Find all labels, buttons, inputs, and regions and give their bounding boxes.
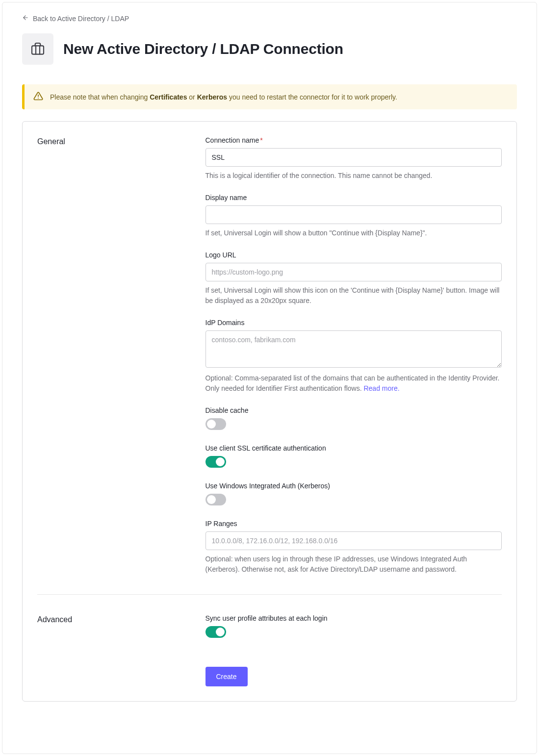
toggle-knob — [207, 495, 216, 504]
ip-ranges-input[interactable] — [205, 531, 502, 550]
warning-notice: Please note that when changing Certifica… — [22, 84, 517, 109]
alert-triangle-icon — [33, 91, 43, 102]
use-kerberos-label: Use Windows Integrated Auth (Kerberos) — [205, 482, 502, 490]
read-more-link[interactable]: Read more. — [363, 384, 399, 392]
use-client-ssl-label: Use client SSL certificate authenticatio… — [205, 444, 502, 452]
svg-rect-1 — [32, 46, 44, 54]
connection-type-icon — [22, 33, 53, 65]
use-client-ssl-toggle[interactable] — [205, 456, 226, 468]
title-row: New Active Directory / LDAP Connection — [22, 33, 517, 65]
disable-cache-label: Disable cache — [205, 406, 502, 414]
create-button[interactable]: Create — [205, 667, 248, 686]
logo-url-label: Logo URL — [205, 251, 502, 259]
sync-profile-toggle[interactable] — [205, 626, 226, 638]
field-display-name: Display name If set, Universal Login wil… — [205, 194, 502, 238]
field-use-kerberos: Use Windows Integrated Auth (Kerberos) — [205, 482, 502, 507]
idp-domains-label: IdP Domains — [205, 319, 502, 327]
display-name-hint: If set, Universal Login will show a butt… — [205, 228, 502, 238]
connection-name-input[interactable] — [205, 148, 502, 167]
display-name-input[interactable] — [205, 205, 502, 224]
field-use-client-ssl: Use client SSL certificate authenticatio… — [205, 444, 502, 469]
display-name-label: Display name — [205, 194, 502, 202]
field-ip-ranges: IP Ranges Optional: when users log in th… — [205, 520, 502, 575]
disable-cache-toggle[interactable] — [205, 418, 226, 430]
field-logo-url: Logo URL If set, Universal Login will sh… — [205, 251, 502, 306]
sync-profile-label: Sync user profile attributes at each log… — [205, 614, 502, 622]
back-link[interactable]: Back to Active Directory / LDAP — [22, 12, 129, 25]
form-card: General Connection name* This is a logic… — [22, 121, 517, 702]
connection-name-hint: This is a logical identifier of the conn… — [205, 171, 502, 181]
toggle-knob — [216, 628, 225, 636]
arrow-left-icon — [22, 14, 29, 23]
logo-url-hint: If set, Universal Login will show this i… — [205, 285, 502, 306]
section-general-title: General — [37, 136, 191, 575]
page-frame: Back to Active Directory / LDAP New Acti… — [2, 2, 537, 754]
section-advanced: Advanced Sync user profile attributes at… — [37, 594, 502, 686]
toggle-knob — [207, 420, 216, 428]
page-title: New Active Directory / LDAP Connection — [63, 41, 343, 57]
section-general: General Connection name* This is a logic… — [37, 136, 502, 575]
required-mark: * — [260, 136, 262, 144]
section-advanced-title: Advanced — [37, 614, 191, 686]
connection-name-label: Connection name* — [205, 136, 502, 144]
idp-domains-hint: Optional: Comma-separated list of the do… — [205, 373, 502, 394]
warning-text: Please note that when changing Certifica… — [50, 93, 397, 101]
idp-domains-input[interactable] — [205, 330, 502, 368]
logo-url-input[interactable] — [205, 263, 502, 281]
field-disable-cache: Disable cache — [205, 406, 502, 431]
back-link-label: Back to Active Directory / LDAP — [33, 15, 129, 23]
field-idp-domains: IdP Domains Optional: Comma-separated li… — [205, 319, 502, 394]
use-kerberos-toggle[interactable] — [205, 494, 226, 505]
briefcase-icon — [30, 41, 46, 57]
ip-ranges-hint: Optional: when users log in through thes… — [205, 554, 502, 575]
field-sync-profile: Sync user profile attributes at each log… — [205, 614, 502, 639]
field-connection-name: Connection name* This is a logical ident… — [205, 136, 502, 181]
toggle-knob — [216, 457, 225, 466]
ip-ranges-label: IP Ranges — [205, 520, 502, 528]
